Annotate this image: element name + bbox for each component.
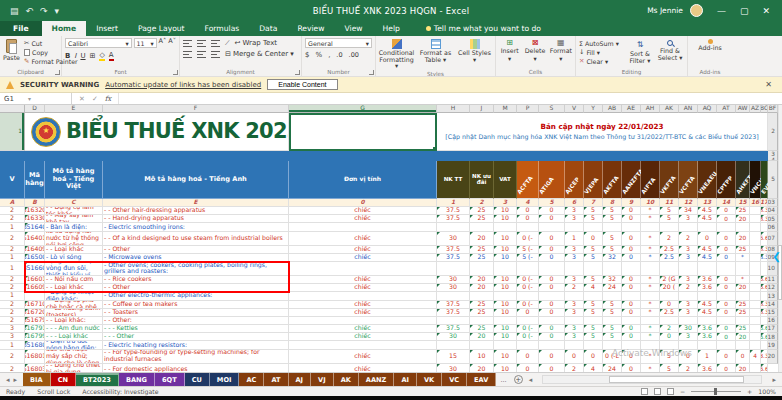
cell-rate[interactable]: 30 [437, 364, 470, 372]
cell-rate[interactable]: 24 [603, 284, 622, 292]
cell-unit[interactable]: chiếc [289, 232, 437, 246]
cell-rate[interactable]: 0 [717, 309, 736, 317]
cell-rate[interactable]: 0 [539, 207, 565, 215]
cell-rate[interactable]: 3 [679, 215, 698, 223]
cell-rate[interactable]: 4.5 [698, 207, 717, 215]
cell-unit[interactable] [289, 262, 437, 276]
cell-v[interactable]: 2 [0, 301, 25, 309]
cell-rate[interactable]: 0 [717, 350, 736, 364]
cell-unit[interactable] [289, 341, 437, 349]
cell-rate[interactable]: 20 [736, 364, 750, 372]
cell-code[interactable]: 85167990 [25, 333, 45, 341]
align-right-icon[interactable] [211, 51, 220, 58]
cell-rate[interactable]: 2 [565, 364, 584, 372]
cell-rate[interactable]: * [641, 254, 660, 262]
cell-rate[interactable]: 25 [470, 215, 494, 223]
cell-rate[interactable]: 0 [539, 276, 565, 284]
cell-rate[interactable]: 0 (- [517, 301, 539, 309]
borders-button[interactable]: ⊞ [90, 52, 96, 60]
cell-rate[interactable] [470, 292, 494, 300]
decrease-decimal-button[interactable]: .00 [349, 52, 359, 59]
cell-rate[interactable] [565, 292, 584, 300]
cell-rate[interactable] [750, 246, 761, 254]
selected-cell-G1[interactable] [289, 113, 437, 151]
cell-rate[interactable]: 5 [603, 207, 622, 215]
tell-me-box[interactable]: Tell me what you want to do [426, 21, 541, 36]
cell-desc-vi[interactable]: - - Loại khác [45, 246, 103, 254]
cell-rate[interactable]: * [641, 301, 660, 309]
shrink-font-button[interactable]: A˅ [168, 38, 176, 48]
horizontal-scrollbar[interactable] [542, 375, 762, 384]
cell-rate[interactable]: 5 [603, 232, 622, 246]
letters-row-cell[interactable]: 3 [494, 199, 517, 207]
security-close-icon[interactable]: ✕ [765, 80, 776, 89]
insert-function-icon[interactable]: fx [105, 95, 112, 103]
cell-rate[interactable]: * [641, 333, 660, 341]
grow-font-button[interactable]: A˄ [159, 38, 167, 48]
cell-unit[interactable]: chiếc [289, 364, 437, 372]
letters-row-cell[interactable]: 1 [437, 199, 470, 207]
cell-rate[interactable] [750, 292, 761, 300]
ribbon-tab-help[interactable]: Help [373, 21, 410, 36]
ribbon-tab-data[interactable]: Data [249, 21, 287, 36]
cell-code[interactable]: 85168010 [25, 350, 45, 364]
column-header-AH[interactable]: AH [641, 105, 660, 113]
cell-v[interactable]: 1 [0, 292, 25, 300]
cell-rate[interactable]: 6.6 [761, 276, 768, 284]
cell-unit[interactable]: chiếc [289, 246, 437, 254]
cell-rate[interactable]: * [736, 276, 750, 284]
cell-rate[interactable] [641, 223, 660, 231]
sheet-tab-bang[interactable]: BANG [119, 373, 155, 386]
security-warning-message[interactable]: Automatic update of links has been disab… [105, 81, 261, 89]
cell-desc-vi[interactable]: - Dụng cụ nhiệt điện khác: [45, 292, 103, 300]
cell-rate[interactable]: 8.3 [761, 215, 768, 223]
cell-desc-vi[interactable]: - Lò vi sóng [45, 254, 103, 262]
cell-rate[interactable]: 0 [539, 325, 565, 333]
page-layout-view-button[interactable] [654, 388, 661, 395]
cell-rate[interactable] [736, 341, 750, 349]
cell-rate[interactable]: * [641, 246, 660, 254]
cell-rate[interactable] [679, 262, 698, 276]
cell-rate[interactable]: 3.6 [698, 276, 717, 284]
cell-code[interactable]: 851640 [25, 223, 45, 231]
cell-rate[interactable] [698, 223, 717, 231]
cell-rate[interactable]: 0 [517, 350, 539, 364]
cell-desc-en[interactable]: - - Of a kind designed to use steam from… [103, 232, 289, 246]
cell-rate[interactable]: * [641, 325, 660, 333]
cell-rate[interactable]: 0 [622, 284, 641, 292]
cell-rate[interactable] [736, 262, 750, 276]
cell-rate[interactable]: 0 [717, 232, 736, 246]
cell-desc-en[interactable]: - Electric heating resistors: [103, 341, 289, 349]
close-button[interactable]: ✕ [755, 6, 777, 16]
cell-rate[interactable] [736, 223, 750, 231]
cell-desc-en[interactable]: - Other ovens; cookers, cooking plates, … [103, 262, 289, 276]
row-header-15315[interactable]: 15315 [768, 309, 778, 317]
cell-rate[interactable]: 10 [494, 246, 517, 254]
cell-rate[interactable]: 20 [470, 284, 494, 292]
cell-rate[interactable]: 0 [539, 215, 565, 223]
cell-rate[interactable]: 2 [660, 232, 679, 246]
cell-desc-en[interactable]: - - - Kettles [103, 325, 289, 333]
letters-row-cell[interactable]: 11 [660, 199, 679, 207]
zoom-out-button[interactable]: − [680, 388, 685, 395]
clear-button[interactable]: ✕Clear ▾ [579, 58, 623, 65]
header-v[interactable]: V [0, 161, 25, 199]
cell-rate[interactable]: 20 [736, 284, 750, 292]
cell-rate[interactable]: 37.5 [437, 207, 470, 215]
cell-unit[interactable]: chiếc [289, 325, 437, 333]
cell-rate[interactable]: 3.6 [698, 284, 717, 292]
cell-unit[interactable] [289, 223, 437, 231]
font-color-button[interactable]: A [109, 51, 114, 61]
align-bottom-icon[interactable] [211, 40, 220, 47]
cell-rate[interactable] [565, 262, 584, 276]
cell-rate[interactable]: 20 [470, 333, 494, 341]
header-don-vi-tinh[interactable]: Đơn vị tính [289, 161, 437, 199]
cell-rate[interactable]: 5 [603, 309, 622, 317]
cell-rate[interactable]: 10 [494, 309, 517, 317]
cell-rate[interactable] [470, 262, 494, 276]
header-fta-vneaeu[interactable]: VNEAEU [698, 161, 717, 199]
column-header-AK[interactable]: AK [660, 105, 679, 113]
cell-rate[interactable]: 10 [494, 276, 517, 284]
cell-rate[interactable]: * [641, 276, 660, 284]
cell-desc-vi[interactable]: - - Loại khác [45, 284, 103, 292]
